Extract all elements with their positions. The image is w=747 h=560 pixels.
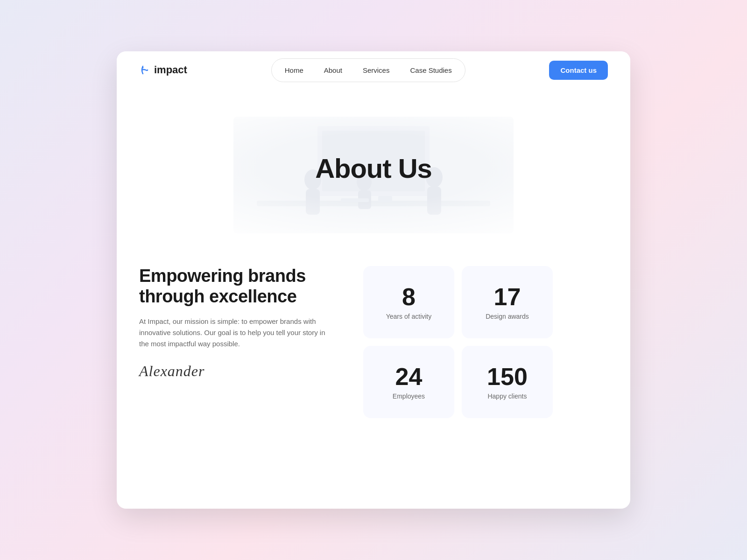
stat-number-clients: 150: [487, 364, 528, 389]
stat-label-awards: Design awards: [486, 313, 529, 320]
about-text-col: Empowering brands through excellence At …: [139, 266, 335, 380]
hero-section: About Us: [117, 89, 630, 247]
about-tagline: Empowering brands through excellence: [139, 266, 335, 307]
svg-point-0: [142, 67, 144, 69]
logo-icon: [139, 64, 150, 76]
brand-name: impact: [154, 64, 187, 76]
stat-label-employees: Employees: [393, 392, 425, 400]
nav-item-services[interactable]: Services: [353, 63, 399, 78]
stat-number-employees: 24: [395, 364, 423, 389]
nav-item-home[interactable]: Home: [275, 63, 313, 78]
logo: impact: [139, 64, 187, 76]
stats-grid: 8 Years of activity 17 Design awards 24 …: [363, 266, 553, 418]
stat-card-years: 8 Years of activity: [363, 266, 454, 338]
nav-item-about[interactable]: About: [315, 63, 352, 78]
stat-number-years: 8: [402, 285, 416, 309]
signature: Alexander: [139, 363, 335, 380]
header: impact Home About Services Case Studies …: [117, 51, 630, 89]
stat-card-employees: 24 Employees: [363, 346, 454, 418]
stat-label-years: Years of activity: [386, 313, 432, 320]
stat-card-clients: 150 Happy clients: [462, 346, 553, 418]
nav-item-case-studies[interactable]: Case Studies: [401, 63, 461, 78]
contact-us-button[interactable]: Contact us: [549, 61, 608, 80]
main-content: Empowering brands through excellence At …: [117, 247, 630, 509]
stat-number-awards: 17: [494, 285, 521, 309]
about-description: At Impact, our mission is simple: to emp…: [139, 316, 335, 350]
stat-card-awards: 17 Design awards: [462, 266, 553, 338]
stat-label-clients: Happy clients: [487, 392, 527, 400]
hero-title: About Us: [315, 153, 432, 184]
main-nav: Home About Services Case Studies: [271, 58, 465, 82]
browser-card: impact Home About Services Case Studies …: [117, 51, 630, 509]
